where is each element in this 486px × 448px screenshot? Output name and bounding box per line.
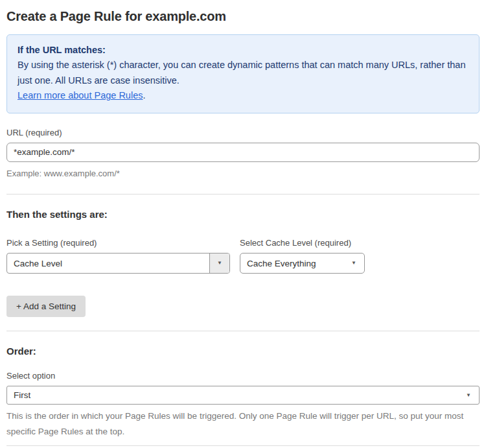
cache-level-arrow: ▼	[351, 253, 364, 273]
cache-level-value: Cache Everything	[240, 253, 351, 273]
page-rule-form: Create a Page Rule for example.com If th…	[0, 0, 486, 448]
cache-level-column: Select Cache Level (required) Cache Ever…	[240, 224, 365, 274]
add-setting-button[interactable]: + Add a Setting	[6, 296, 86, 317]
divider	[6, 331, 480, 331]
url-helper-text: Example: www.example.com/*	[6, 167, 480, 180]
info-box-body: By using the asterisk (*) character, you…	[17, 58, 469, 88]
info-box-heading: If the URL matches:	[17, 43, 469, 58]
cache-level-select[interactable]: Cache Everything ▼	[240, 253, 365, 274]
url-matches-info-box: If the URL matches: By using the asteris…	[6, 34, 480, 113]
info-box-link-line: Learn more about Page Rules.	[17, 88, 469, 103]
url-input[interactable]	[6, 143, 480, 162]
chevron-down-icon: ▼	[351, 261, 356, 266]
divider	[6, 445, 480, 446]
pick-setting-label: Pick a Setting (required)	[6, 238, 230, 248]
url-label: URL (required)	[6, 128, 480, 137]
order-select-label: Select option	[6, 371, 480, 381]
chevron-down-icon: ▼	[466, 393, 471, 398]
cache-level-label: Select Cache Level (required)	[240, 238, 365, 248]
order-helper-text: This is the order in which your Page Rul…	[6, 408, 467, 439]
link-period: .	[143, 90, 145, 100]
settings-section-heading: Then the settings are:	[6, 209, 480, 220]
pick-setting-arrow-box[interactable]: ▼	[209, 253, 229, 273]
pick-setting-value: Cache Level	[7, 253, 209, 273]
chevron-down-icon: ▼	[217, 261, 222, 266]
setting-column: Pick a Setting (required) Cache Level ▼	[6, 224, 230, 274]
pick-setting-select[interactable]: Cache Level ▼	[6, 253, 230, 274]
divider	[6, 194, 480, 195]
page-title: Create a Page Rule for example.com	[6, 9, 480, 24]
order-select[interactable]: First ▼	[6, 386, 480, 405]
learn-more-link[interactable]: Learn more about Page Rules	[17, 90, 143, 100]
settings-row: Pick a Setting (required) Cache Level ▼ …	[6, 224, 480, 274]
order-select-value: First	[14, 390, 30, 400]
order-section-heading: Order:	[6, 346, 480, 357]
